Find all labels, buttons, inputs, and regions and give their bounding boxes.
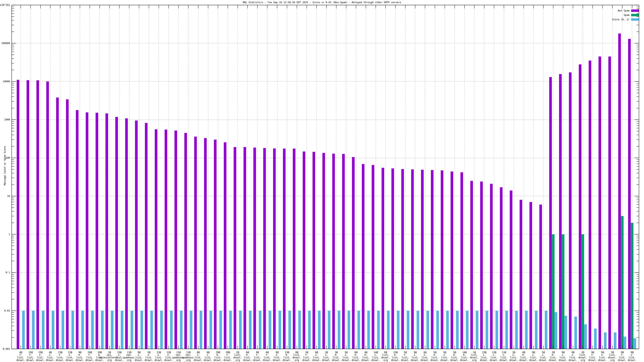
x-tick-label: 6@1.list.dnswl.org2 hops bbox=[194, 351, 202, 362]
legend-swatch-spam bbox=[631, 14, 639, 16]
bar-score-0-1- bbox=[436, 311, 439, 349]
bar-not-spam bbox=[322, 153, 325, 349]
x-tick-label: 11@2.list.dnswl.org3 hops bbox=[164, 351, 173, 362]
bar-score-0-1- bbox=[210, 311, 212, 349]
x-tick-label: 9@1.list.dnswl.org4 hops bbox=[411, 351, 420, 362]
bar-score-0-1- bbox=[229, 311, 232, 349]
bar-not-spam bbox=[253, 148, 256, 349]
bar-score-0-1- bbox=[466, 311, 468, 349]
x-tick-label: 5@2.list.dnswl.org4 hops bbox=[342, 351, 350, 362]
bar-score-0-1- bbox=[456, 311, 459, 349]
bar-not-spam bbox=[76, 110, 78, 349]
x-tick-label: 2@list.dnswl.org5 hops bbox=[233, 351, 242, 362]
bar-not-spam bbox=[194, 137, 197, 349]
x-tick-label: 6@Y.list.dnswl.org3 hops bbox=[263, 351, 272, 362]
bar-spam bbox=[621, 216, 624, 349]
bar-score-0-1- bbox=[298, 311, 301, 349]
bar-score-0-1- bbox=[555, 312, 557, 349]
bar-not-spam bbox=[441, 170, 443, 349]
bar-score-0-1- bbox=[140, 311, 143, 349]
bar-spam bbox=[562, 234, 564, 349]
bar-not-spam bbox=[342, 154, 345, 349]
y-tick-label: 100000 bbox=[2, 42, 10, 45]
bar-not-spam bbox=[164, 129, 167, 349]
bar-not-spam bbox=[510, 190, 512, 349]
bar-score-0-1- bbox=[367, 311, 370, 349]
bar-score-0-1- bbox=[170, 311, 173, 349]
bar-not-spam bbox=[125, 118, 128, 349]
bar-score-0-1- bbox=[505, 311, 508, 349]
bar-not-spam bbox=[431, 170, 434, 349]
x-tick-label: 14@0.list.dnswl.org2 hops bbox=[460, 351, 469, 362]
bar-not-spam bbox=[96, 113, 98, 349]
y-tick-label: 0.001 bbox=[3, 348, 10, 350]
bar-not-spam bbox=[392, 168, 394, 349]
x-tick-label: 9@1.list.dnswl.org1 hop bbox=[559, 351, 567, 362]
bar-score-0-1- bbox=[160, 311, 163, 349]
bar-score-0-1- bbox=[574, 317, 577, 349]
bar-not-spam bbox=[450, 172, 453, 349]
bar-score-0-1- bbox=[614, 333, 616, 349]
x-tick-label: 3@0.list.dnswl.org5 hops bbox=[332, 351, 340, 362]
legend-label-score-0-1-: Score (0..1) bbox=[612, 18, 630, 21]
legend-label-spam: Spam bbox=[624, 14, 630, 16]
bar-not-spam bbox=[46, 81, 49, 349]
bar-score-0-1- bbox=[91, 311, 94, 349]
bar-not-spam bbox=[530, 202, 532, 349]
bar-not-spam bbox=[214, 140, 216, 349]
bar-not-spam bbox=[520, 200, 522, 349]
bar-spam bbox=[582, 234, 584, 349]
bar-not-spam bbox=[303, 151, 305, 349]
bar-not-spam bbox=[224, 142, 226, 349]
x-tick-label: 2@2.list.dnswl.org1 hop bbox=[322, 351, 331, 362]
bar-score-0-1- bbox=[486, 311, 488, 349]
bar-not-spam bbox=[273, 148, 276, 349]
x-tick-label: 2@list.dnswl.org3 hops bbox=[578, 351, 587, 362]
bar-not-spam bbox=[470, 181, 473, 349]
legend-swatch-score-0-1- bbox=[631, 18, 639, 21]
bar-not-spam bbox=[155, 129, 158, 349]
x-tick-label: 5@2.list.dnswl.org3 hops bbox=[440, 351, 449, 362]
bar-score-0-1- bbox=[72, 311, 74, 349]
bar-score-0-1- bbox=[200, 311, 202, 349]
x-tick-label: 13@0.list.dnswl.org2 hops bbox=[282, 351, 291, 362]
x-tick-label: 11@zen.spamhaus.org7 hops bbox=[182, 351, 195, 362]
bar-not-spam bbox=[352, 157, 354, 349]
bar-score-0-1- bbox=[535, 311, 538, 349]
y-tick-label: 1x10^{6} bbox=[0, 3, 10, 6]
x-tick-label: 6@2.list.dnswl.org4 hops bbox=[420, 351, 429, 362]
bar-score-0-1- bbox=[239, 311, 242, 349]
x-tick-label: 15@2.list.dnswl.org2 hops bbox=[115, 351, 124, 362]
bar-not-spam bbox=[204, 138, 207, 349]
bar-score-0-1- bbox=[22, 311, 25, 349]
bar-score-0-1- bbox=[358, 311, 360, 349]
x-tick-label: 9@2.list.dnswl.org3 hops bbox=[568, 351, 577, 362]
bar-not-spam bbox=[135, 120, 138, 349]
x-tick-label: 9@0.list.dnswl.org2 hops bbox=[76, 351, 84, 362]
plot-area: 1x10^{6}1000001000010001001010.10.010.00… bbox=[0, 0, 644, 362]
bar-not-spam bbox=[628, 39, 631, 349]
x-tick-label: 9@1.list.dnswl.org3 hops bbox=[135, 351, 143, 362]
bar-not-spam bbox=[293, 149, 296, 349]
x-tick-label: 4@0.list.dnswl.org2 hops bbox=[362, 351, 370, 362]
x-tick-label: 5@0.list.dnswl.org5 hops bbox=[450, 351, 459, 362]
y-tick-label: 0.01 bbox=[4, 309, 10, 312]
bar-score-0-1- bbox=[348, 311, 350, 349]
bar-not-spam bbox=[86, 112, 88, 349]
bar-not-spam bbox=[106, 113, 108, 349]
bar-score-0-1- bbox=[121, 311, 123, 349]
bar-score-0-1- bbox=[81, 311, 84, 349]
x-tick-label: 4@0.list.dnswl.org1 hop bbox=[519, 351, 528, 362]
bar-not-spam bbox=[56, 97, 59, 349]
bar-score-0-1- bbox=[190, 311, 192, 349]
x-tick-label: 5@0.list.dnswl.org6 hops bbox=[430, 351, 439, 362]
bar-score-0-1- bbox=[150, 311, 153, 349]
x-tick-label: 9@Y.list.dnswl.org5 hops bbox=[253, 351, 262, 362]
x-tick-label: 13@2.list.dnswl.org1 hop bbox=[154, 351, 163, 362]
x-tick-label: 4@Y.list.dnswl.org2 hops bbox=[16, 351, 25, 362]
bar-not-spam bbox=[569, 72, 572, 349]
bar-score-0-1- bbox=[308, 311, 311, 349]
x-tick-label: 6@0.list.dnswl.org1 hop bbox=[352, 351, 360, 362]
bar-not-spam bbox=[589, 60, 591, 349]
bar-not-spam bbox=[598, 56, 601, 349]
